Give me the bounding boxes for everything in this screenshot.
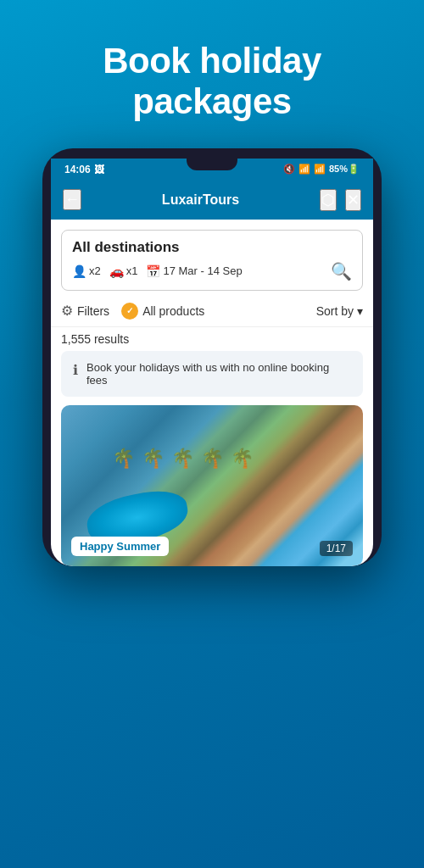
passengers-meta: 👤 x2 <box>72 264 101 278</box>
open-in-browser-button[interactable]: ⬡ <box>320 189 337 211</box>
search-bar[interactable]: All destinations 👤 x2 🚗 x1 📅 17 Mar - 14… <box>61 230 363 291</box>
status-icons: 🔇 📶 📶 85%🔋 <box>283 164 360 175</box>
close-button[interactable]: ✕ <box>345 189 361 211</box>
phone-screen: ← LuxairTours ⬡ ✕ All destinations 👤 x2 … <box>51 181 373 566</box>
info-banner-text: Book your holidays with us with no onlin… <box>86 361 351 387</box>
sort-by-button[interactable]: Sort by ▾ <box>316 304 363 318</box>
mute-icon: 🔇 <box>283 164 295 175</box>
filters-button[interactable]: ⚙ Filters <box>61 303 109 319</box>
sort-label: Sort by <box>316 304 354 318</box>
photo-icon: 🖼 <box>94 164 104 175</box>
time-display: 14:06 <box>64 164 91 175</box>
dates-meta: 📅 17 Mar - 14 Sep <box>146 264 242 278</box>
badge-checkmark-icon: ✓ <box>121 303 138 320</box>
car-icon: 🚗 <box>109 264 124 278</box>
phone-frame: 14:06 🖼 🔇 📶 📶 85%🔋 ← LuxairTours ⬡ ✕ All… <box>42 148 382 566</box>
search-details-row: 👤 x2 🚗 x1 📅 17 Mar - 14 Sep 🔍 <box>72 261 352 281</box>
browser-bar: ← LuxairTours ⬡ ✕ <box>51 181 373 220</box>
destination-label: All destinations <box>72 239 352 256</box>
hotel-card[interactable]: Happy Summer 1/17 <box>61 405 363 566</box>
dates-display: 17 Mar - 14 Sep <box>163 264 242 277</box>
battery-display: 85%🔋 <box>329 164 360 175</box>
hotel-tag: Happy Summer <box>71 537 169 556</box>
phone-notch <box>187 159 237 170</box>
passengers-count: x2 <box>89 264 101 277</box>
filters-label: Filters <box>77 304 109 318</box>
all-products-button[interactable]: ✓ All products <box>121 303 204 320</box>
chevron-down-icon: ▾ <box>357 304 363 318</box>
signal-icon: 📶 <box>314 164 326 175</box>
hero-section: Book holiday packages <box>0 0 424 148</box>
hero-title: Book holiday packages <box>0 0 424 148</box>
back-button[interactable]: ← <box>63 189 81 210</box>
car-count: x1 <box>126 264 138 277</box>
filter-row: ⚙ Filters ✓ All products Sort by ▾ <box>51 296 373 327</box>
browser-title: LuxairTours <box>90 192 311 208</box>
all-products-label: All products <box>142 304 204 318</box>
wifi-icon: 📶 <box>298 164 310 175</box>
person-icon: 👤 <box>72 264 86 278</box>
car-meta: 🚗 x1 <box>109 264 138 278</box>
hotel-counter: 1/17 <box>320 541 353 556</box>
info-banner: ℹ Book your holidays with us with no onl… <box>61 351 363 397</box>
info-icon: ℹ <box>73 362 78 378</box>
search-button[interactable]: 🔍 <box>331 261 352 281</box>
filters-icon: ⚙ <box>61 303 73 319</box>
results-count: 1,555 results <box>51 327 373 351</box>
calendar-icon: 📅 <box>146 264 160 278</box>
search-meta: 👤 x2 🚗 x1 📅 17 Mar - 14 Sep <box>72 264 243 278</box>
status-time: 14:06 🖼 <box>64 164 104 175</box>
